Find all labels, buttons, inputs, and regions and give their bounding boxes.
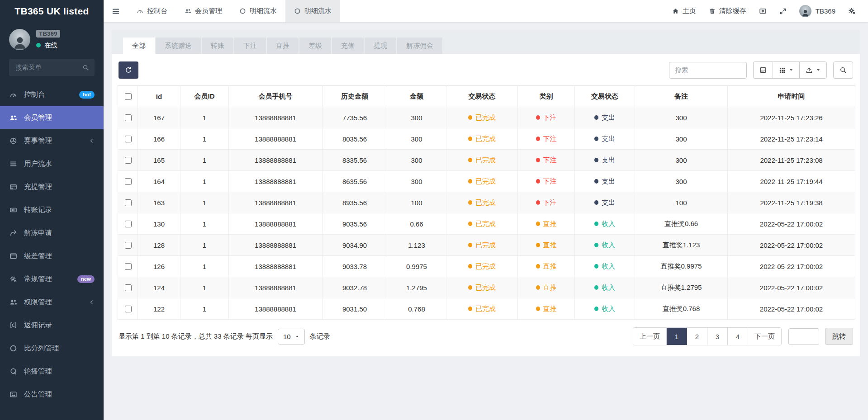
currency-button[interactable] xyxy=(759,7,767,15)
page-button-3[interactable]: 3 xyxy=(707,328,728,345)
status-dot-icon xyxy=(594,137,598,141)
menu-search-input[interactable] xyxy=(14,63,82,71)
top-navbar: 控制台会员管理明细流水明细流水 主页 清除缓存 TB369 xyxy=(104,0,868,22)
nav-tab-flow-1[interactable]: 明细流水 xyxy=(231,0,285,22)
next-page-button[interactable]: 下一页 xyxy=(748,328,781,345)
status-label: 下注 xyxy=(543,156,557,165)
sidebar-item-user-flow[interactable]: 用户流水 xyxy=(0,152,104,175)
filter-tab-7[interactable]: 提现 xyxy=(365,38,396,54)
status-dot-icon xyxy=(536,264,540,269)
dashboard-icon xyxy=(137,8,143,14)
navbar-user-menu[interactable]: TB369 xyxy=(799,5,835,17)
cell-category: 直推 xyxy=(518,277,575,298)
filter-tab-3[interactable]: 下注 xyxy=(234,38,266,54)
prev-page-button[interactable]: 上一页 xyxy=(633,328,667,345)
status-dot-icon xyxy=(594,222,598,226)
sidebar-item-members[interactable]: 会员管理 xyxy=(0,106,104,129)
sidebar-toggle-button[interactable] xyxy=(104,7,128,15)
cell-amount: 0.768 xyxy=(387,298,446,320)
sidebar-item-label: 轮播管理 xyxy=(24,367,52,376)
filter-tab-8[interactable]: 解冻佣金 xyxy=(397,38,442,54)
filter-tab-5[interactable]: 差级 xyxy=(299,38,331,54)
cell-history_amount: 9035.56 xyxy=(323,213,387,235)
table-search-input[interactable] xyxy=(669,62,747,79)
home-icon xyxy=(672,8,679,14)
home-link[interactable]: 主页 xyxy=(672,7,696,15)
row-checkbox[interactable] xyxy=(125,263,132,270)
cell-phone: 13888888881 xyxy=(229,150,323,171)
row-checkbox[interactable] xyxy=(125,306,132,312)
search-button[interactable] xyxy=(833,61,853,79)
page-button-4[interactable]: 4 xyxy=(728,328,748,345)
cell-amount: 1.2795 xyxy=(387,277,446,298)
sidebar-item-permissions[interactable]: 权限管理 xyxy=(0,291,104,314)
hamburger-icon xyxy=(112,7,120,15)
sidebar-item-label: 赛事管理 xyxy=(24,136,52,146)
user-status: 在线 xyxy=(36,41,57,50)
status-dot-icon xyxy=(536,115,540,120)
status-dot-icon xyxy=(468,137,472,141)
cell-remark: 直推奖0.9975 xyxy=(635,256,728,277)
row-checkbox[interactable] xyxy=(125,178,132,185)
jump-page-input[interactable] xyxy=(788,328,819,345)
row-checkbox[interactable] xyxy=(125,242,132,249)
sidebar-item-dashboard[interactable]: 控制台hot xyxy=(0,83,104,106)
nav-tab-members[interactable]: 会员管理 xyxy=(176,0,231,22)
currency-icon xyxy=(759,7,767,15)
filter-tab-0[interactable]: 全部 xyxy=(123,38,155,54)
sidebar-item-commission-records[interactable]: 返佣记录 xyxy=(0,314,104,337)
fullscreen-icon xyxy=(779,8,787,15)
row-checkbox[interactable] xyxy=(125,114,132,121)
sidebar-item-announcements[interactable]: 公告管理 xyxy=(0,383,104,406)
nav-tab-dashboard[interactable]: 控制台 xyxy=(128,0,176,22)
status-label: 收入 xyxy=(602,241,615,250)
page-button-1[interactable]: 1 xyxy=(667,328,687,345)
status-dot-icon xyxy=(536,243,540,247)
export-button[interactable] xyxy=(799,61,827,79)
settings-button[interactable] xyxy=(848,7,856,15)
app-logo[interactable]: TB365 UK listed xyxy=(0,0,104,22)
row-checkbox[interactable] xyxy=(125,136,132,142)
select-all-checkbox[interactable] xyxy=(125,93,132,100)
sidebar-item-unfreeze-requests[interactable]: 解冻申请 xyxy=(0,222,104,245)
filter-tab-2[interactable]: 转账 xyxy=(202,38,233,54)
fullscreen-button[interactable] xyxy=(779,8,787,15)
table-row: 1281138888888819034.901.123已完成直推收入直推奖1.1… xyxy=(118,235,855,256)
cell-history_amount: 8035.56 xyxy=(323,128,387,150)
jump-button[interactable]: 跳转 xyxy=(825,328,853,345)
cell-checkbox xyxy=(118,171,138,192)
filter-tab-1[interactable]: 系统赠送 xyxy=(156,38,201,54)
cell-phone: 13888888881 xyxy=(229,298,323,320)
row-checkbox[interactable] xyxy=(125,199,132,206)
table-header-row: Id会员ID会员手机号历史金额金额交易状态类别交易状态备注申请时间 xyxy=(118,86,855,107)
status-dot-icon xyxy=(468,115,472,120)
filter-tab-6[interactable]: 充值 xyxy=(332,38,364,54)
clear-cache-link[interactable]: 清除缓存 xyxy=(709,7,746,15)
sidebar-item-general[interactable]: 常规管理new xyxy=(0,268,104,291)
sidebar-item-score-columns[interactable]: 比分列管理 xyxy=(0,337,104,360)
page-button-2[interactable]: 2 xyxy=(687,328,707,345)
filter-tab-4[interactable]: 直推 xyxy=(267,38,299,54)
row-checkbox[interactable] xyxy=(125,157,132,164)
user-panel: TB369 在线 xyxy=(0,22,104,53)
sidebar-item-matches[interactable]: 赛事管理 xyxy=(0,129,104,152)
sidebar-item-transfer-records[interactable]: 转账记录 xyxy=(0,198,104,222)
refresh-button[interactable] xyxy=(119,61,138,79)
row-checkbox[interactable] xyxy=(125,221,132,227)
status-label: 下注 xyxy=(543,177,557,186)
columns-button[interactable] xyxy=(773,61,799,79)
cell-trade_status: 已完成 xyxy=(446,150,518,171)
sidebar-item-level-diff[interactable]: 级差管理 xyxy=(0,245,104,268)
sidebar-item-carousel[interactable]: 轮播管理 xyxy=(0,360,104,383)
status-dot-icon xyxy=(536,200,540,205)
page-size-select[interactable]: 10 xyxy=(278,329,305,344)
cell-flow: 支出 xyxy=(575,107,635,128)
nav-tab-flow-2[interactable]: 明细流水 xyxy=(285,0,340,22)
loop-icon xyxy=(9,368,18,375)
detail-view-button[interactable] xyxy=(753,61,773,79)
row-checkbox[interactable] xyxy=(125,284,132,291)
cell-trade_status: 已完成 xyxy=(446,107,518,128)
sidebar-item-recharge-withdraw[interactable]: 充提管理 xyxy=(0,175,104,198)
user-avatar[interactable] xyxy=(9,29,30,50)
column-header: 类别 xyxy=(518,86,575,107)
